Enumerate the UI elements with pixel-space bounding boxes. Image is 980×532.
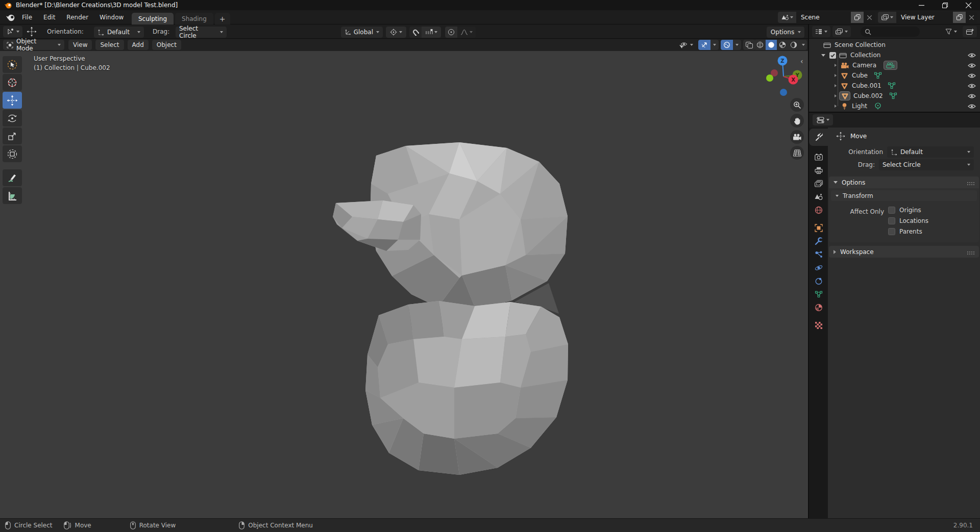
tool-rotate[interactable] — [3, 110, 22, 126]
collection-checkbox-checked[interactable] — [829, 52, 836, 59]
shading-wireframe-button[interactable] — [754, 40, 766, 50]
props-orientation-dropdown[interactable]: Default — [887, 146, 974, 158]
tab-scene[interactable] — [809, 190, 828, 204]
tool-tweak-select[interactable] — [3, 56, 22, 73]
properties-editor-type-button[interactable] — [813, 114, 833, 125]
active-tool-button[interactable] — [3, 26, 22, 37]
hide-eye-icon[interactable] — [968, 83, 976, 89]
tool-move[interactable] — [3, 92, 22, 109]
tab-particles[interactable] — [809, 248, 828, 261]
scene-new-button[interactable] — [851, 12, 864, 23]
expand-icon[interactable] — [835, 105, 837, 108]
outliner-row-scene-collection[interactable]: Scene Collection — [809, 40, 980, 50]
outliner-filter-button[interactable] — [941, 26, 961, 37]
sidebar-collapse-arrow[interactable]: ‹ — [800, 57, 803, 65]
menu-render[interactable]: Render — [62, 12, 93, 22]
outliner-row-cube-002[interactable]: Cube.002 — [809, 91, 980, 101]
hide-eye-icon[interactable] — [968, 93, 976, 99]
tab-tool[interactable] — [809, 129, 828, 146]
outliner-display-mode-button[interactable] — [812, 26, 830, 37]
tab-object[interactable] — [809, 221, 828, 235]
tab-output[interactable] — [809, 164, 828, 177]
locations-checkbox[interactable] — [888, 217, 895, 224]
view-layer-new-button[interactable] — [953, 12, 966, 23]
outliner-row-collection[interactable]: Collection — [809, 50, 980, 60]
tab-constraints[interactable] — [809, 274, 828, 288]
origins-checkbox[interactable] — [888, 207, 895, 214]
panel-grip-icon[interactable] — [967, 182, 968, 183]
outliner-row-light[interactable]: Light — [809, 101, 980, 111]
options-dropdown[interactable]: Options — [767, 27, 804, 38]
outliner-filter-id-button[interactable] — [832, 26, 851, 37]
hide-eye-icon[interactable] — [968, 73, 976, 79]
tab-sculpting[interactable]: Sculpting — [132, 13, 174, 24]
visibility-button[interactable] — [677, 40, 695, 50]
menu-object[interactable]: Object — [152, 40, 181, 50]
gizmos-dropdown-button[interactable] — [710, 40, 719, 50]
transform-subpanel-header[interactable]: Transform — [831, 190, 977, 201]
pan-view-button[interactable] — [790, 114, 804, 128]
proportional-falloff-button[interactable] — [457, 27, 476, 38]
close-button[interactable] — [957, 0, 980, 10]
overlays-dropdown-button[interactable] — [733, 40, 741, 50]
view-layer-name-field[interactable]: View Layer — [896, 12, 953, 23]
hide-eye-icon[interactable] — [968, 63, 976, 68]
menu-file[interactable]: File — [17, 12, 37, 22]
restore-button[interactable] — [933, 0, 957, 10]
outliner-row-cube[interactable]: Cube — [809, 70, 980, 81]
tab-view-layer[interactable] — [809, 177, 828, 190]
camera-data-badge[interactable] — [884, 61, 897, 70]
view-layer-remove-button[interactable] — [966, 12, 977, 23]
transform-orientation-dropdown[interactable]: Global — [341, 27, 383, 38]
proportional-edit-button[interactable] — [445, 27, 457, 38]
xray-toggle-button[interactable] — [743, 40, 755, 50]
drag-dropdown[interactable]: Select Circle — [176, 27, 227, 38]
pivot-point-button[interactable] — [386, 27, 406, 38]
overlays-toggle-button[interactable] — [721, 40, 733, 50]
checkbox-row-locations[interactable]: Locations — [888, 217, 928, 224]
expand-icon[interactable] — [835, 84, 837, 87]
workspace-panel-header[interactable]: Workspace — [829, 246, 979, 258]
checkbox-row-origins[interactable]: Origins — [888, 207, 921, 214]
snap-to-button[interactable] — [422, 27, 441, 38]
tab-modifiers[interactable] — [809, 235, 828, 248]
tab-object-data[interactable] — [809, 288, 828, 301]
menu-select[interactable]: Select — [95, 40, 124, 50]
shading-solid-button[interactable] — [766, 40, 777, 50]
tab-material[interactable] — [809, 301, 828, 314]
tool-annotate[interactable] — [3, 169, 22, 186]
props-drag-dropdown[interactable]: Select Circle — [879, 159, 974, 170]
tab-shading[interactable]: Shading — [175, 13, 213, 24]
model-cube-002[interactable] — [0, 51, 808, 518]
shading-dropdown-button[interactable] — [799, 40, 807, 50]
tool-transform[interactable] — [3, 145, 22, 162]
parents-checkbox[interactable] — [888, 228, 895, 235]
outliner-row-cube-001[interactable]: Cube.001 — [809, 81, 980, 91]
expand-icon[interactable] — [835, 64, 837, 67]
new-collection-button[interactable] — [963, 26, 977, 37]
tab-render[interactable] — [809, 150, 828, 164]
camera-view-button[interactable] — [790, 130, 804, 144]
tool-measure[interactable] — [3, 187, 22, 204]
checkbox-row-parents[interactable]: Parents — [888, 228, 922, 235]
options-panel-header[interactable]: Options — [829, 176, 979, 188]
shading-material-button[interactable] — [777, 40, 788, 50]
outliner-search-input[interactable] — [861, 27, 920, 37]
viewport-3d[interactable]: User Perspective (1) Collection | Cube.0… — [0, 51, 808, 518]
ortho-toggle-button[interactable] — [790, 146, 804, 160]
hide-eye-icon[interactable] — [968, 104, 976, 109]
menu-edit[interactable]: Edit — [39, 12, 60, 22]
mode-dropdown[interactable]: Object Mode — [3, 40, 64, 50]
tab-texture[interactable] — [809, 319, 828, 332]
tool-cursor[interactable] — [3, 74, 22, 91]
expand-icon[interactable] — [821, 54, 825, 57]
gizmos-toggle-button[interactable] — [698, 40, 710, 50]
blender-menu-button[interactable] — [3, 12, 17, 23]
expand-icon[interactable] — [835, 74, 837, 77]
hide-eye-icon[interactable] — [968, 53, 976, 58]
scene-browse-button[interactable] — [778, 12, 796, 23]
shading-rendered-button[interactable] — [788, 40, 799, 50]
menu-view[interactable]: View — [68, 40, 92, 50]
tab-add-button[interactable]: + — [215, 13, 230, 24]
zoom-view-button[interactable] — [790, 98, 804, 112]
